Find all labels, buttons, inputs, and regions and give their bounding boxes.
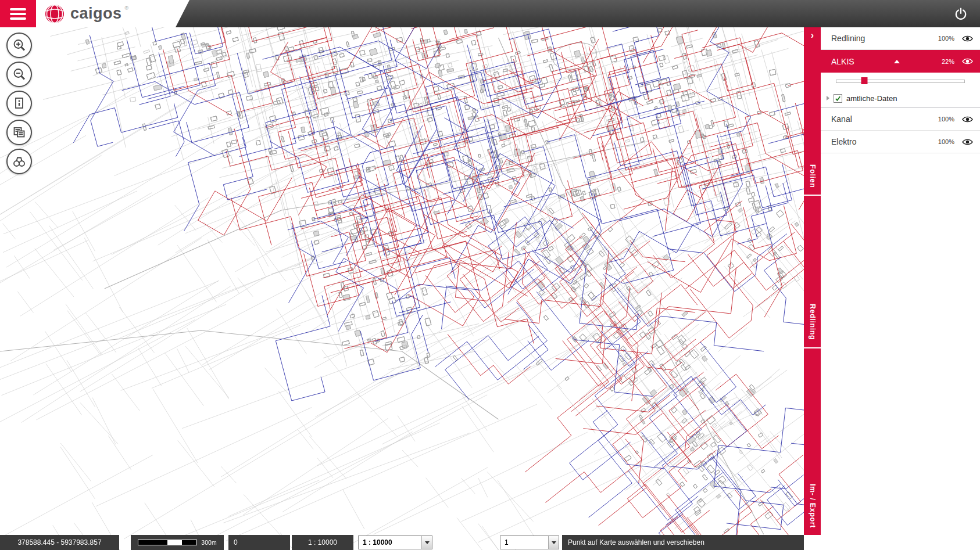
visibility-eye-icon[interactable] — [962, 57, 973, 65]
map-toolbar — [6, 33, 32, 174]
layer-label: Kanal — [831, 114, 938, 124]
scalebar: 300m — [131, 535, 224, 550]
layer-label: ALKIS — [831, 57, 942, 66]
layer-row-redlining[interactable]: Redlining 100% — [821, 27, 980, 50]
app-logo: caigos ® — [36, 0, 189, 27]
rotation-display: 0 — [228, 535, 290, 550]
check-icon — [835, 95, 841, 102]
zoom-out-icon — [12, 67, 27, 82]
tab-redlining[interactable]: Redlining — [804, 195, 821, 347]
scalebar-label: 300m — [201, 539, 216, 546]
layer-child-label: amtliche-Daten — [846, 94, 897, 103]
layer-opacity: 100% — [938, 35, 954, 42]
statusbar: 378588.445 - 5937983.857 300m 0 1 : 1000… — [0, 535, 804, 550]
visibility-eye-icon[interactable] — [962, 138, 973, 146]
amtliche-daten-checkbox[interactable] — [834, 94, 842, 103]
layer-label: Redlining — [831, 34, 938, 43]
layer-row-elektro[interactable]: Elektro 100% — [821, 131, 980, 153]
expand-right-icon[interactable] — [827, 96, 829, 100]
caigos-globe-icon — [44, 3, 65, 24]
map-canvas[interactable] — [0, 27, 804, 550]
map-legend-icon — [12, 125, 27, 140]
binoculars-search-icon — [12, 154, 27, 169]
tab-folien[interactable]: Folien — [804, 44, 821, 195]
object-info-icon — [12, 96, 27, 111]
tab-redlining-label: Redlining — [809, 304, 817, 347]
scalebar-graphic — [138, 540, 197, 545]
hamburger-icon — [10, 8, 26, 10]
layer-row-alkis[interactable]: ALKIS 22% — [821, 50, 980, 73]
scale-select-value: 1 : 10000 — [359, 536, 421, 549]
registered-mark: ® — [125, 5, 129, 11]
visibility-eye-icon[interactable] — [962, 35, 973, 42]
scale-select[interactable]: 1 : 10000 — [358, 535, 432, 549]
menu-button[interactable] — [0, 0, 36, 27]
topbar: caigos ® — [0, 0, 980, 27]
chevron-down-icon — [548, 536, 559, 549]
tab-im-export-label: Im- / Export — [809, 484, 817, 535]
zoom-out-button[interactable] — [6, 62, 32, 87]
layer-opacity: 100% — [938, 116, 954, 123]
tab-im-export[interactable]: Im- / Export — [804, 347, 821, 535]
layer-opacity: 100% — [938, 138, 954, 145]
layer-opacity: 22% — [942, 58, 954, 65]
logo-text: caigos — [70, 6, 122, 21]
layers-panel: Redlining 100% ALKIS 22% — [821, 27, 980, 550]
zoom-in-icon — [12, 38, 27, 53]
search-button[interactable] — [6, 149, 32, 174]
map-area: 378588.445 - 5937983.857 300m 0 1 : 1000… — [0, 27, 804, 550]
visibility-eye-icon[interactable] — [962, 116, 973, 123]
object-info-button[interactable] — [6, 91, 32, 116]
alkis-opacity-slider-track[interactable] — [836, 80, 965, 83]
alkis-opacity-slider-handle[interactable] — [861, 77, 868, 84]
chevron-down-icon — [421, 536, 432, 549]
tab-folien-label: Folien — [809, 164, 817, 195]
layer-label: Elektro — [831, 137, 938, 146]
current-scale-display: 1 : 10000 — [292, 535, 353, 550]
snap-select-value: 1 — [500, 536, 548, 549]
layer-child-amtliche-daten[interactable]: amtliche-Daten — [821, 89, 980, 107]
panel-collapse-button[interactable]: › — [804, 27, 821, 44]
power-icon — [954, 8, 967, 20]
power-button[interactable] — [950, 0, 972, 27]
layer-row-kanal[interactable]: Kanal 100% — [821, 108, 980, 131]
coordinates-display: 378588.445 - 5937983.857 — [0, 535, 119, 550]
map-legend-button[interactable] — [6, 120, 32, 145]
zoom-in-button[interactable] — [6, 33, 32, 58]
collapse-up-icon[interactable] — [894, 60, 900, 63]
alkis-opacity-slider — [821, 73, 980, 89]
side-tab-strip: › Folien Redlining Im- / Export — [804, 27, 821, 550]
snap-select[interactable]: 1 — [500, 535, 559, 549]
status-hint: Punkt auf Karte auswählen und verschiebe… — [562, 535, 804, 550]
